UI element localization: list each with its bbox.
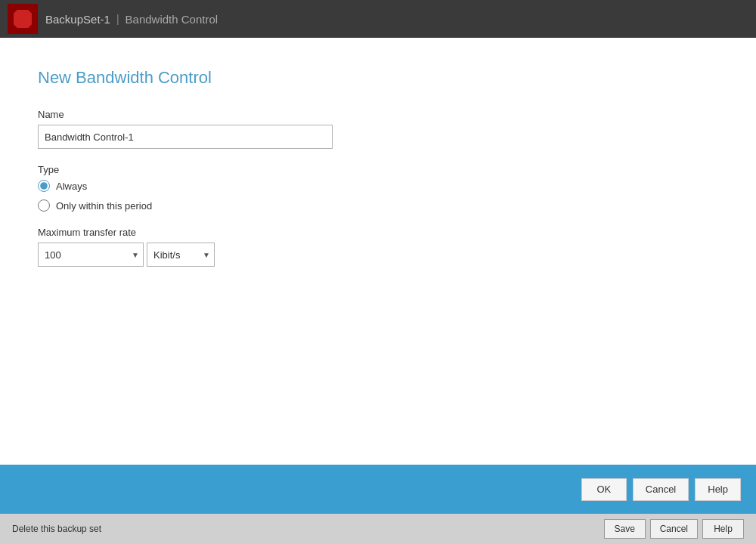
footer-bar: Delete this backup set Save Cancel Help bbox=[0, 514, 756, 544]
name-group: Name bbox=[38, 109, 718, 149]
radio-always[interactable]: Always bbox=[38, 180, 718, 192]
footer-save-button[interactable]: Save bbox=[604, 519, 646, 539]
main-content: New Bandwidth Control Name Type Always O… bbox=[0, 38, 756, 465]
type-label: Type bbox=[38, 164, 718, 175]
transfer-rate-value-wrapper: 100 200 500 1000 2000 ▼ bbox=[38, 243, 144, 267]
transfer-rate-select[interactable]: 100 200 500 1000 2000 bbox=[38, 243, 144, 267]
delete-link[interactable]: Delete this backup set bbox=[12, 524, 101, 534]
footer-help-button[interactable]: Help bbox=[702, 519, 744, 539]
action-bar: OK Cancel Help bbox=[0, 465, 756, 514]
page-title: New Bandwidth Control bbox=[38, 68, 718, 88]
radio-period-input[interactable] bbox=[38, 199, 50, 212]
help-button[interactable]: Help bbox=[695, 478, 741, 501]
type-group: Type Always Only within this period bbox=[38, 164, 718, 212]
top-bar: BackupSet-1 | Bandwidth Control bbox=[0, 0, 756, 38]
top-bar-subtitle: Bandwidth Control bbox=[125, 13, 218, 26]
app-logo-icon bbox=[14, 10, 32, 28]
radio-period[interactable]: Only within this period bbox=[38, 199, 718, 212]
footer-buttons: Save Cancel Help bbox=[604, 519, 744, 539]
app-name: BackupSet-1 bbox=[45, 13, 110, 26]
name-label: Name bbox=[38, 109, 718, 120]
transfer-unit-wrapper: Kibit/s Mbit/s Gbit/s ▼ bbox=[147, 243, 215, 267]
top-bar-separator: | bbox=[116, 13, 119, 25]
transfer-rate-group: Maximum transfer rate 100 200 500 1000 2… bbox=[38, 227, 718, 267]
app-logo bbox=[8, 4, 38, 34]
transfer-rate-label: Maximum transfer rate bbox=[38, 227, 718, 238]
cancel-button[interactable]: Cancel bbox=[633, 478, 689, 501]
radio-period-label: Only within this period bbox=[56, 200, 152, 212]
radio-group: Always Only within this period bbox=[38, 180, 718, 212]
ok-button[interactable]: OK bbox=[581, 478, 627, 501]
transfer-rate-row: 100 200 500 1000 2000 ▼ Kibit/s Mbit/s G… bbox=[38, 243, 718, 267]
transfer-unit-select[interactable]: Kibit/s Mbit/s Gbit/s bbox=[147, 243, 215, 267]
footer-cancel-button[interactable]: Cancel bbox=[650, 519, 698, 539]
name-input[interactable] bbox=[38, 125, 333, 149]
radio-always-label: Always bbox=[56, 181, 87, 192]
radio-always-input[interactable] bbox=[38, 180, 50, 192]
